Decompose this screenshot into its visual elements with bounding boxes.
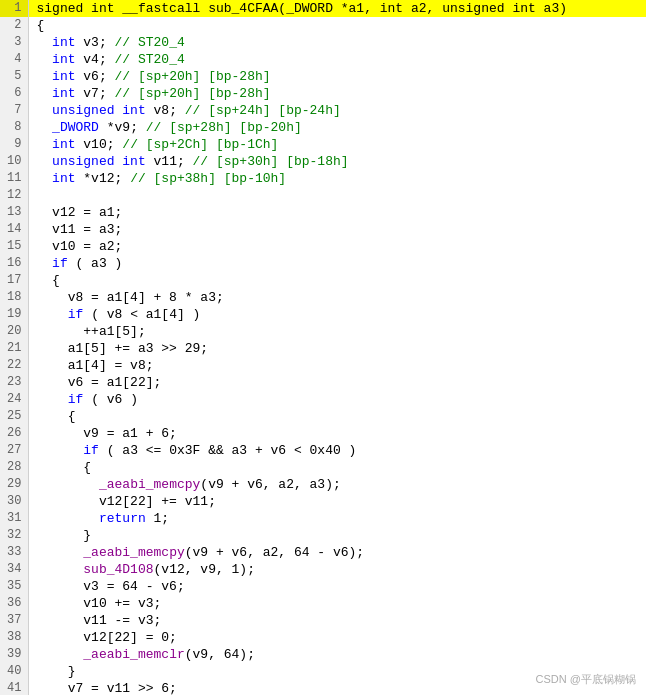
line-number: 17 bbox=[0, 272, 28, 289]
table-row: 13 v12 = a1; bbox=[0, 204, 646, 221]
comment-token: // ST20_4 bbox=[115, 52, 185, 67]
kw-token: int bbox=[52, 86, 75, 101]
watermark: CSDN @平底锅糊锅 bbox=[536, 672, 636, 687]
line-content: _DWORD *v9; // [sp+28h] [bp-20h] bbox=[28, 119, 646, 136]
line-number: 22 bbox=[0, 357, 28, 374]
kw-token: if bbox=[68, 392, 84, 407]
table-row: 15 v10 = a2; bbox=[0, 238, 646, 255]
line-number: 14 bbox=[0, 221, 28, 238]
kw-token: int bbox=[52, 69, 75, 84]
line-number: 11 bbox=[0, 170, 28, 187]
line-number: 13 bbox=[0, 204, 28, 221]
kw-token: if bbox=[83, 443, 99, 458]
table-row: 22 a1[4] = v8; bbox=[0, 357, 646, 374]
table-row: 35 v3 = 64 - v6; bbox=[0, 578, 646, 595]
comment-token: // [sp+2Ch] [bp-1Ch] bbox=[122, 137, 278, 152]
table-row: 7 unsigned int v8; // [sp+24h] [bp-24h] bbox=[0, 102, 646, 119]
line-content: _aeabi_memcpy(v9 + v6, a2, a3); bbox=[28, 476, 646, 493]
kw-token: _DWORD bbox=[52, 120, 99, 135]
line-number: 35 bbox=[0, 578, 28, 595]
table-row: 10 unsigned int v11; // [sp+30h] [bp-18h… bbox=[0, 153, 646, 170]
line-number: 37 bbox=[0, 612, 28, 629]
kw-token: int bbox=[52, 52, 75, 67]
line-number: 30 bbox=[0, 493, 28, 510]
line-number: 39 bbox=[0, 646, 28, 663]
kw-token: unsigned int bbox=[52, 103, 146, 118]
line-number: 9 bbox=[0, 136, 28, 153]
line-content: v10 = a2; bbox=[28, 238, 646, 255]
line-content: return 1; bbox=[28, 510, 646, 527]
kw-token: unsigned int bbox=[52, 154, 146, 169]
table-row: 2{ bbox=[0, 17, 646, 34]
kw-token: int bbox=[52, 35, 75, 50]
table-row: 12 bbox=[0, 187, 646, 204]
line-number: 6 bbox=[0, 85, 28, 102]
line-number: 26 bbox=[0, 425, 28, 442]
kw-token: return bbox=[99, 511, 146, 526]
table-row: 17 { bbox=[0, 272, 646, 289]
line-number: 36 bbox=[0, 595, 28, 612]
line-content bbox=[28, 187, 646, 204]
line-number: 24 bbox=[0, 391, 28, 408]
table-row: 23 v6 = a1[22]; bbox=[0, 374, 646, 391]
table-row: 29 _aeabi_memcpy(v9 + v6, a2, a3); bbox=[0, 476, 646, 493]
line-content: v8 = a1[4] + 8 * a3; bbox=[28, 289, 646, 306]
table-row: 21 a1[5] += a3 >> 29; bbox=[0, 340, 646, 357]
line-number: 40 bbox=[0, 663, 28, 680]
table-row: 30 v12[22] += v11; bbox=[0, 493, 646, 510]
table-row: 37 v11 -= v3; bbox=[0, 612, 646, 629]
line-content: } bbox=[28, 527, 646, 544]
table-row: 34 sub_4D108(v12, v9, 1); bbox=[0, 561, 646, 578]
line-content: { bbox=[28, 459, 646, 476]
line-number: 12 bbox=[0, 187, 28, 204]
line-number: 28 bbox=[0, 459, 28, 476]
line-content: if ( a3 <= 0x3F && a3 + v6 < 0x40 ) bbox=[28, 442, 646, 459]
line-number: 19 bbox=[0, 306, 28, 323]
line-number: 21 bbox=[0, 340, 28, 357]
line-number: 7 bbox=[0, 102, 28, 119]
line-content: int v10; // [sp+2Ch] [bp-1Ch] bbox=[28, 136, 646, 153]
line-content: v6 = a1[22]; bbox=[28, 374, 646, 391]
code-table: 1signed int __fastcall sub_4CFAA(_DWORD … bbox=[0, 0, 646, 695]
table-row: 8 _DWORD *v9; // [sp+28h] [bp-20h] bbox=[0, 119, 646, 136]
line-content: unsigned int v11; // [sp+30h] [bp-18h] bbox=[28, 153, 646, 170]
line-number: 25 bbox=[0, 408, 28, 425]
line-content: int *v12; // [sp+38h] [bp-10h] bbox=[28, 170, 646, 187]
line-number: 38 bbox=[0, 629, 28, 646]
line-content: int v6; // [sp+20h] [bp-28h] bbox=[28, 68, 646, 85]
table-row: 36 v10 += v3; bbox=[0, 595, 646, 612]
kw-token: int bbox=[52, 137, 75, 152]
comment-token: // [sp+24h] [bp-24h] bbox=[185, 103, 341, 118]
kw-token: int bbox=[52, 171, 75, 186]
comment-token: // [sp+30h] [bp-18h] bbox=[193, 154, 349, 169]
func-token: sub_4D108 bbox=[83, 562, 153, 577]
line-number: 20 bbox=[0, 323, 28, 340]
comment-token: // [sp+20h] [bp-28h] bbox=[115, 86, 271, 101]
table-row: 27 if ( a3 <= 0x3F && a3 + v6 < 0x40 ) bbox=[0, 442, 646, 459]
line-content: _aeabi_memcpy(v9 + v6, a2, 64 - v6); bbox=[28, 544, 646, 561]
func-token: _aeabi_memcpy bbox=[99, 477, 200, 492]
line-content: signed int __fastcall sub_4CFAA(_DWORD *… bbox=[28, 0, 646, 17]
line-content: if ( v8 < a1[4] ) bbox=[28, 306, 646, 323]
line-content: v12 = a1; bbox=[28, 204, 646, 221]
line-content: { bbox=[28, 408, 646, 425]
table-row: 14 v11 = a3; bbox=[0, 221, 646, 238]
line-number: 34 bbox=[0, 561, 28, 578]
comment-token: // [sp+20h] [bp-28h] bbox=[115, 69, 271, 84]
line-number: 18 bbox=[0, 289, 28, 306]
comment-token: // [sp+38h] [bp-10h] bbox=[130, 171, 286, 186]
table-row: 26 v9 = a1 + 6; bbox=[0, 425, 646, 442]
line-content: a1[5] += a3 >> 29; bbox=[28, 340, 646, 357]
table-row: 31 return 1; bbox=[0, 510, 646, 527]
table-row: 28 { bbox=[0, 459, 646, 476]
line-content: ++a1[5]; bbox=[28, 323, 646, 340]
table-row: 5 int v6; // [sp+20h] [bp-28h] bbox=[0, 68, 646, 85]
line-number: 3 bbox=[0, 34, 28, 51]
table-row: 3 int v3; // ST20_4 bbox=[0, 34, 646, 51]
table-row: 6 int v7; // [sp+20h] [bp-28h] bbox=[0, 85, 646, 102]
table-row: 32 } bbox=[0, 527, 646, 544]
line-content: if ( a3 ) bbox=[28, 255, 646, 272]
line-number: 27 bbox=[0, 442, 28, 459]
line-content: { bbox=[28, 272, 646, 289]
line-content: v12[22] += v11; bbox=[28, 493, 646, 510]
